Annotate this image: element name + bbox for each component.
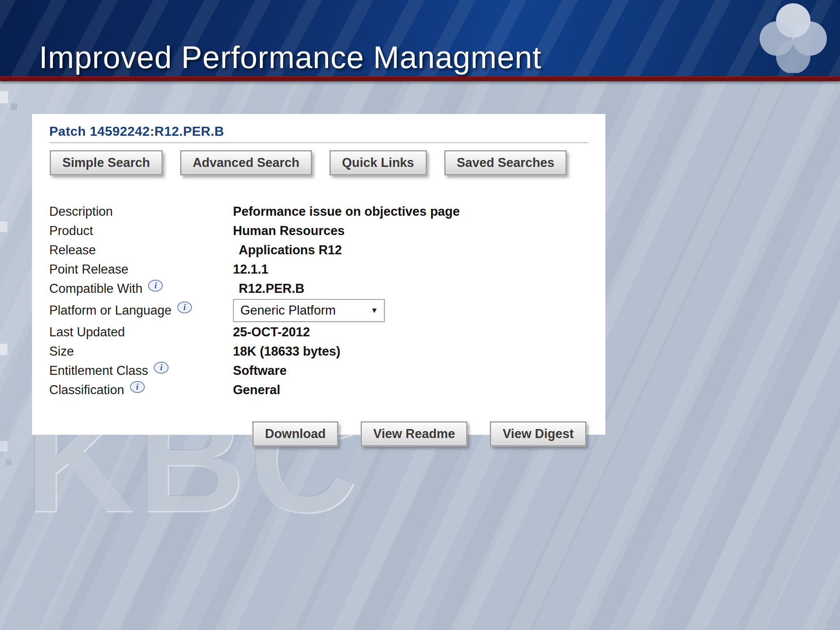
info-icon[interactable]: i: [177, 301, 192, 313]
bg-square: [6, 459, 11, 465]
detail-value: Applications R12: [233, 243, 342, 258]
detail-label: Compatible With: [49, 281, 142, 296]
detail-value: General: [233, 383, 280, 397]
chevron-down-icon: ▼: [370, 306, 378, 315]
detail-value: 25-OCT-2012: [233, 325, 310, 340]
view-readme-button[interactable]: View Readme: [361, 422, 467, 446]
detail-label: Description: [49, 204, 113, 219]
detail-row-platform-or-language: Platform or Language i Generic Platform …: [49, 299, 588, 322]
detail-row-entitlement-class: Entitlement Class i Software: [49, 361, 588, 380]
title-divider: [49, 142, 588, 143]
patch-title: Patch 14592242:R12.PER.B: [49, 124, 588, 139]
search-nav-bar: Simple Search Advanced Search Quick Link…: [50, 151, 588, 175]
slide-title: Improved Performance Managment: [39, 39, 541, 75]
detail-value: 18K (18633 bytes): [233, 344, 340, 359]
detail-label: Product: [49, 224, 93, 238]
info-icon[interactable]: i: [130, 381, 145, 393]
detail-value: Peformance issue on objectives page: [233, 204, 460, 219]
detail-label: Point Release: [49, 262, 128, 277]
action-button-bar: Download View Readme View Digest: [253, 422, 588, 446]
bg-square: [11, 103, 17, 110]
detail-row-compatible-with: Compatible With i R12.PER.B: [49, 279, 588, 298]
bg-square: [0, 344, 7, 355]
detail-label: Last Updated: [49, 325, 125, 340]
detail-value: 12.1.1: [233, 262, 268, 277]
header-accent-bar: [0, 76, 840, 81]
detail-value: Software: [233, 363, 287, 378]
info-icon[interactable]: i: [148, 280, 163, 292]
detail-label: Classification: [49, 383, 124, 397]
bg-square: [0, 221, 7, 232]
detail-label: Platform or Language: [49, 303, 171, 318]
detail-row-point-release: Point Release 12.1.1: [49, 260, 588, 279]
bg-square: [0, 441, 7, 452]
advanced-search-button[interactable]: Advanced Search: [180, 151, 312, 175]
info-icon[interactable]: i: [154, 362, 169, 374]
detail-value: R12.PER.B: [233, 281, 304, 296]
saved-searches-button[interactable]: Saved Searches: [445, 151, 567, 175]
detail-label: Release: [49, 243, 96, 258]
platform-select[interactable]: Generic Platform ▼: [233, 299, 385, 322]
platform-select-value: Generic Platform: [240, 303, 336, 318]
simple-search-button[interactable]: Simple Search: [50, 151, 162, 175]
bg-square: [0, 91, 8, 103]
detail-row-product: Product Human Resources: [49, 221, 588, 240]
detail-row-release: Release Applications R12: [49, 241, 588, 260]
view-digest-button[interactable]: View Digest: [490, 422, 586, 446]
detail-row-description: Description Peformance issue on objectiv…: [49, 202, 588, 221]
download-button[interactable]: Download: [253, 422, 338, 446]
detail-row-classification: Classification i General: [49, 381, 588, 399]
patch-detail-panel: Patch 14592242:R12.PER.B Simple Search A…: [32, 114, 605, 435]
detail-value: Human Resources: [233, 224, 345, 238]
detail-row-size: Size 18K (18633 bytes): [49, 342, 588, 361]
four-circles-logo-icon: [758, 2, 829, 73]
detail-label: Size: [49, 344, 74, 359]
quick-links-button[interactable]: Quick Links: [330, 151, 427, 175]
patch-details-list: Description Peformance issue on objectiv…: [49, 202, 588, 399]
detail-label: Entitlement Class: [49, 363, 148, 378]
detail-row-last-updated: Last Updated 25-OCT-2012: [49, 323, 588, 342]
